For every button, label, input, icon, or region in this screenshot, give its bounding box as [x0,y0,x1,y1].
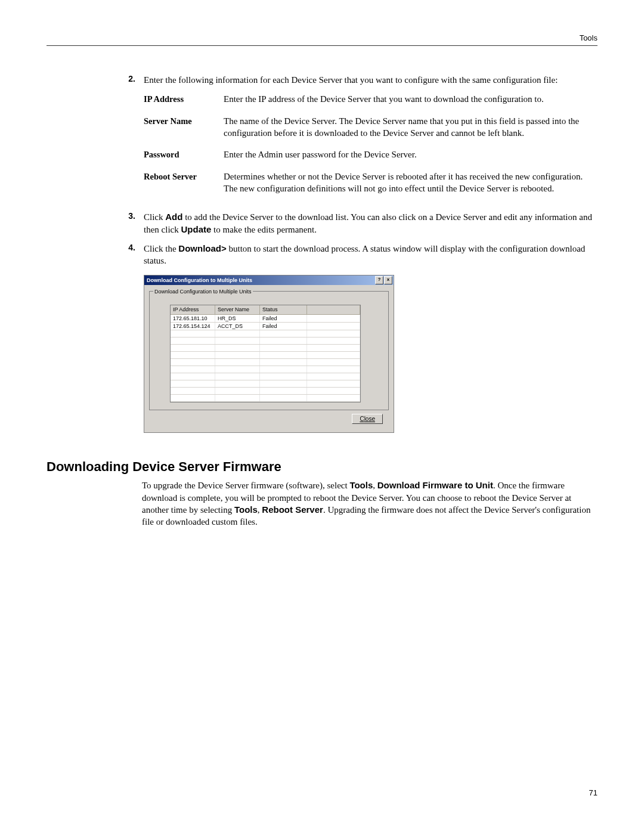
close-button[interactable]: Close [352,414,383,425]
table-row [171,352,360,359]
table-row [171,337,360,345]
dialog-titlebar: Download Configuration to Multiple Units… [144,275,394,285]
cell-status: Failed [260,323,307,330]
page-number: 71 [589,788,597,797]
cell-ip: 172.65.154.124 [171,323,215,330]
s3-add: Add [165,212,182,222]
col-ip: IP Address [171,305,215,314]
cell-name: HR_DS [215,315,260,322]
b-download-fw: Download Firmware to Unit [377,480,493,490]
def-desc-servername: The name of the Device Server. The Devic… [224,115,597,140]
step-body-3: Click Add to add the Device Server to th… [144,211,597,236]
close-underline: C [360,416,364,422]
dialog-groupbox: Download Configuration to Multiple Units… [149,291,389,410]
def-term-reboot: Reboot Server [144,171,224,195]
b-tools: Tools [349,480,373,490]
def-desc-reboot: Determines whether or not the Device Ser… [224,171,597,195]
cell-status: Failed [260,315,307,322]
step-number-3: 3. [47,211,144,236]
section2-paragraph: To upgrade the Device Server firmware (s… [142,479,597,528]
b-tools2: Tools [234,504,258,515]
b-reboot: Reboot Server [262,504,323,515]
s4-pre: Click the [144,244,178,253]
table-row [171,359,360,366]
help-icon[interactable]: ? [375,276,383,284]
col-blank [307,305,360,314]
table-row [171,330,360,337]
table-row [171,345,360,352]
grid-header: IP Address Server Name Status [171,305,360,314]
s4-download: Download> [178,243,226,253]
close-icon[interactable]: x [384,276,392,284]
step-body-4: Click the Download> button to start the … [144,243,597,444]
def-desc-password: Enter the Admin user password for the De… [224,148,597,161]
table-row [171,373,360,380]
cell-blank [307,323,360,330]
col-server: Server Name [215,305,260,314]
close-rest: lose [364,416,375,422]
table-row [171,388,360,395]
header-rule [47,45,597,46]
def-term-servername: Server Name [144,115,224,140]
dialog-title-text: Download Configuration to Multiple Units [147,277,375,284]
def-desc-ip: Enter the IP address of the Device Serve… [224,93,597,106]
def-term-password: Password [144,148,224,161]
dialog-groupbox-legend: Download Configuration to Multiple Units [153,288,253,295]
p-pre: To upgrade the Device Server firmware (s… [142,481,349,490]
status-grid: IP Address Server Name Status 172.65.181… [170,305,361,402]
step-2-intro: Enter the following information for each… [144,74,597,86]
cell-name: ACCT_DS [215,323,260,330]
s3-post: to make the edits permanent. [211,225,317,234]
table-row [171,366,360,373]
s3-update: Update [181,224,211,234]
step-body-2: Enter the following information for each… [144,74,597,204]
table-row: 172.65.154.124 ACCT_DS Failed [171,323,360,330]
s3-pre: Click [144,212,165,222]
sep1: , [373,481,377,490]
table-row [171,380,360,388]
table-row: 172.65.181.10 HR_DS Failed [171,315,360,323]
table-row [171,395,360,402]
step-number-4: 4. [47,243,144,444]
section-heading: Downloading Device Server Firmware [47,459,597,475]
cell-ip: 172.65.181.10 [171,315,215,322]
def-term-ip: IP Address [144,93,224,106]
step-number-2: 2. [47,74,144,204]
cell-blank [307,315,360,322]
download-dialog: Download Configuration to Multiple Units… [144,275,394,433]
header-section: Tools [580,33,597,42]
dialog-screenshot: Download Configuration to Multiple Units… [144,275,597,433]
definition-table: IP Address Enter the IP address of the D… [144,93,597,194]
col-status: Status [260,305,307,314]
